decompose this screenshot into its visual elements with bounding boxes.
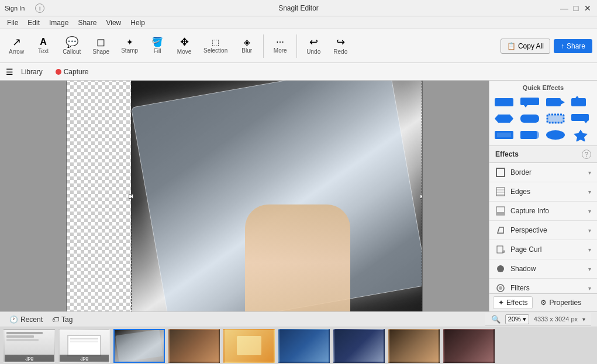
copy-all-button[interactable]: 📋 Copy All bbox=[501, 39, 550, 54]
toolbar-right: 📋 Copy All ↑ Share bbox=[501, 39, 592, 54]
shape-tool[interactable]: ◻ Shape bbox=[88, 34, 113, 58]
thumb-7[interactable] bbox=[333, 329, 385, 363]
qe-item-8[interactable] bbox=[570, 111, 592, 126]
handle-ml[interactable] bbox=[129, 194, 133, 199]
stamp-tool[interactable]: ✦ Stamp bbox=[117, 35, 142, 57]
svg-rect-10 bbox=[547, 115, 564, 123]
filters-chevron: ▾ bbox=[588, 285, 591, 292]
qe-item-12[interactable] bbox=[570, 127, 592, 142]
shadow-chevron: ▾ bbox=[588, 266, 591, 272]
border-chevron: ▾ bbox=[588, 169, 591, 176]
blur-tool[interactable]: ◈ Blur bbox=[235, 35, 258, 57]
move-tool[interactable]: ✥ Move bbox=[172, 34, 196, 58]
text-icon: A bbox=[40, 37, 47, 47]
qe-item-7[interactable] bbox=[544, 111, 567, 126]
maximize-button[interactable]: □ bbox=[571, 4, 581, 13]
more-label: More bbox=[274, 47, 287, 54]
tab-tag[interactable]: 🏷 Tag bbox=[49, 314, 76, 325]
canvas-image[interactable] bbox=[66, 81, 423, 311]
qe-item-3[interactable] bbox=[544, 95, 567, 109]
qe-item-2[interactable] bbox=[519, 95, 541, 109]
effects-tab-label: Effects bbox=[506, 299, 527, 307]
thumb-4[interactable] bbox=[168, 329, 220, 363]
more-tool[interactable]: ⋯ More bbox=[268, 35, 292, 57]
qe-item-10[interactable] bbox=[519, 127, 541, 142]
undo-tool[interactable]: ↩ Undo bbox=[302, 34, 325, 58]
toolbar-separator2 bbox=[296, 34, 297, 58]
perspective-label: Perspective bbox=[510, 226, 547, 234]
qe-item-9[interactable] bbox=[493, 127, 515, 142]
shadow-label: Shadow bbox=[510, 265, 536, 273]
page-curl-icon bbox=[495, 244, 506, 255]
thumb-8[interactable] bbox=[388, 329, 440, 363]
signin-link[interactable]: Sign In bbox=[5, 5, 25, 12]
qe-item-5[interactable] bbox=[493, 111, 515, 126]
qe-item-11[interactable] bbox=[544, 127, 567, 142]
qe-item-4[interactable] bbox=[570, 95, 592, 109]
canvas-area[interactable] bbox=[0, 81, 489, 311]
zoom-label: 20% bbox=[508, 316, 521, 323]
copy-all-label: Copy All bbox=[518, 42, 544, 50]
callout-tool[interactable]: 💬 Callout bbox=[58, 34, 85, 58]
thumb-1-label: .jpg bbox=[5, 355, 54, 362]
thumb-3[interactable] bbox=[113, 329, 165, 363]
minimize-button[interactable]: — bbox=[560, 4, 569, 13]
qe-item-1[interactable] bbox=[493, 95, 515, 109]
selection-tool[interactable]: ⬚ Selection bbox=[199, 35, 232, 57]
menu-edit[interactable]: Edit bbox=[24, 18, 43, 28]
thumb-6[interactable] bbox=[278, 329, 330, 363]
library-button[interactable]: Library bbox=[16, 66, 48, 78]
menu-help[interactable]: Help bbox=[127, 18, 149, 28]
quick-effects-title: Quick Effects bbox=[493, 84, 593, 91]
info-btn[interactable]: i bbox=[35, 4, 44, 13]
svg-rect-5 bbox=[571, 98, 586, 106]
recent-label: Recent bbox=[20, 316, 43, 324]
redo-tool[interactable]: ↪ Redo bbox=[329, 34, 352, 58]
arrow-tool[interactable]: ↗ Arrow bbox=[5, 34, 28, 58]
effect-edges[interactable]: Edges ▾ bbox=[489, 182, 597, 202]
callout-icon: 💬 bbox=[65, 37, 78, 47]
thumb-9[interactable] bbox=[443, 329, 495, 363]
edges-label: Edges bbox=[510, 188, 530, 196]
tab-effects[interactable]: ✦ Effects bbox=[493, 296, 533, 309]
text-tool[interactable]: A Text bbox=[32, 34, 55, 57]
text-label: Text bbox=[38, 48, 49, 54]
effect-shadow[interactable]: Shadow ▾ bbox=[489, 259, 597, 279]
close-button[interactable]: ✕ bbox=[583, 4, 592, 13]
blur-label: Blur bbox=[241, 47, 252, 54]
zoom-button[interactable]: 20% ▾ bbox=[505, 314, 529, 324]
thumb-2[interactable]: .jpg bbox=[58, 329, 110, 363]
share-label: Share bbox=[567, 42, 585, 50]
zoom-chevron: ▾ bbox=[523, 316, 526, 323]
capture-button[interactable]: Capture bbox=[50, 66, 94, 78]
menu-file[interactable]: File bbox=[4, 18, 22, 28]
hamburger-icon[interactable]: ☰ bbox=[6, 67, 13, 77]
fill-tool[interactable]: 🪣 Fill bbox=[146, 34, 169, 57]
arrow-icon: ↗ bbox=[12, 37, 21, 47]
svg-marker-4 bbox=[561, 100, 565, 105]
svg-rect-14 bbox=[497, 133, 511, 137]
tab-recent[interactable]: 🕐 Recent bbox=[6, 314, 46, 325]
svg-rect-15 bbox=[520, 131, 537, 139]
tab-properties[interactable]: ⚙ Properties bbox=[535, 296, 586, 309]
effects-help-button[interactable]: ? bbox=[582, 150, 591, 159]
undo-label: Undo bbox=[306, 48, 320, 55]
share-button[interactable]: ↑ Share bbox=[554, 39, 592, 53]
qe-item-6[interactable] bbox=[519, 111, 541, 126]
handle-mr[interactable] bbox=[420, 194, 423, 199]
menu-view[interactable]: View bbox=[102, 18, 125, 28]
menu-image[interactable]: Image bbox=[46, 18, 72, 28]
menu-share[interactable]: Share bbox=[74, 18, 100, 28]
effect-border[interactable]: Border ▾ bbox=[489, 163, 597, 182]
effect-capture-info[interactable]: Capture Info ▾ bbox=[489, 202, 597, 221]
capture-info-label: Capture Info bbox=[510, 207, 549, 215]
thumb-5[interactable] bbox=[223, 329, 275, 363]
nav-bar: ☰ Library Capture bbox=[0, 63, 597, 81]
share-icon: ↑ bbox=[561, 42, 564, 50]
thumb-1[interactable]: .jpg bbox=[4, 329, 55, 363]
svg-rect-8 bbox=[520, 115, 539, 123]
effect-page-curl[interactable]: Page Curl ▾ bbox=[489, 240, 597, 259]
blur-icon: ◈ bbox=[244, 38, 250, 46]
effect-perspective[interactable]: Perspective ▾ bbox=[489, 221, 597, 240]
effect-filters[interactable]: Filters ▾ bbox=[489, 279, 597, 293]
